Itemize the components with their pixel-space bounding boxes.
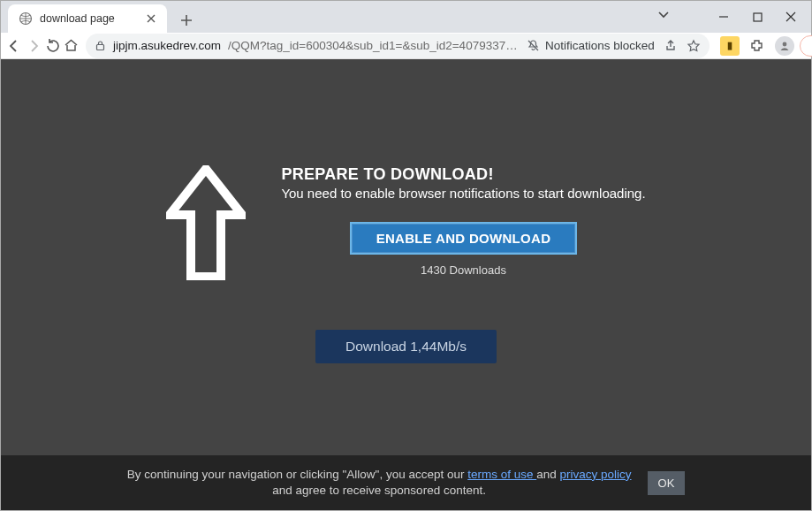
reload-button[interactable] xyxy=(45,34,60,58)
cookie-consent-bar: By continuing your navigation or clickin… xyxy=(1,455,811,510)
extension-badge[interactable]: ▮ xyxy=(720,36,740,56)
browser-error-pill[interactable]: Error ⋮ xyxy=(800,35,812,57)
lock-icon xyxy=(95,40,106,51)
svg-rect-2 xyxy=(97,45,104,50)
close-window-button[interactable] xyxy=(774,4,808,30)
forward-button[interactable] xyxy=(26,34,42,58)
downloads-count: 1430 Downloads xyxy=(281,263,645,277)
cookie-text: By continuing your navigation or clickin… xyxy=(127,467,632,499)
share-icon[interactable] xyxy=(664,39,678,53)
url-path: /QQM?tag_id=600304&sub_id1=&sub_id2=4079… xyxy=(228,39,520,52)
cookie-line2: and agree to receive sponsored content. xyxy=(272,484,486,497)
home-button[interactable] xyxy=(64,34,79,58)
tabs-dropdown-button[interactable] xyxy=(657,8,670,20)
browser-window: download page jipjm.asukedrev.com/QQM?ta… xyxy=(0,0,812,511)
address-bar[interactable]: jipjm.asukedrev.com/QQM?tag_id=600304&su… xyxy=(86,34,710,58)
maximize-button[interactable] xyxy=(740,4,774,30)
tab-title: download page xyxy=(40,12,115,25)
browser-tab[interactable]: download page xyxy=(8,4,167,33)
svg-rect-1 xyxy=(754,13,762,21)
notifications-blocked-chip[interactable]: Notifications blocked xyxy=(527,39,655,52)
hero-row: PREPARE TO DOWNLOAD! You need to enable … xyxy=(166,165,645,280)
svg-point-3 xyxy=(782,42,786,46)
tab-close-button[interactable] xyxy=(144,11,158,26)
window-controls xyxy=(707,1,808,33)
page-viewport: PREPARE TO DOWNLOAD! You need to enable … xyxy=(1,59,811,510)
tab-strip: download page xyxy=(1,1,811,33)
toolbar-right: ▮ Error ⋮ xyxy=(720,34,812,58)
enable-and-download-button[interactable]: ENABLE AND DOWNLOAD xyxy=(350,222,578,255)
browser-toolbar: jipjm.asukedrev.com/QQM?tag_id=600304&su… xyxy=(1,33,811,59)
cookie-ok-button[interactable]: OK xyxy=(648,471,686,495)
terms-of-use-link[interactable]: terms of use xyxy=(467,468,536,481)
globe-icon xyxy=(19,11,33,26)
bookmark-star-icon[interactable] xyxy=(687,39,701,53)
cookie-mid: and xyxy=(536,468,559,481)
notifications-blocked-label: Notifications blocked xyxy=(545,39,655,52)
privacy-policy-link[interactable]: privacy policy xyxy=(560,468,632,481)
minimize-button[interactable] xyxy=(707,4,740,30)
extensions-icon[interactable] xyxy=(745,34,770,58)
page-content: PREPARE TO DOWNLOAD! You need to enable … xyxy=(1,59,811,510)
arrow-up-icon xyxy=(166,165,246,280)
page-heading: PREPARE TO DOWNLOAD! xyxy=(281,165,645,184)
back-button[interactable] xyxy=(6,34,22,58)
hero-text: PREPARE TO DOWNLOAD! You need to enable … xyxy=(281,165,645,277)
new-tab-button[interactable] xyxy=(174,8,199,33)
cookie-pre: By continuing your navigation or clickin… xyxy=(127,468,468,481)
profile-avatar[interactable] xyxy=(775,36,794,56)
page-subheading: You need to enable browser notifications… xyxy=(281,186,645,201)
bell-slash-icon xyxy=(527,39,540,52)
download-speed-chip[interactable]: Download 1,44Mb/s xyxy=(315,330,497,363)
url-domain: jipjm.asukedrev.com xyxy=(113,39,221,52)
